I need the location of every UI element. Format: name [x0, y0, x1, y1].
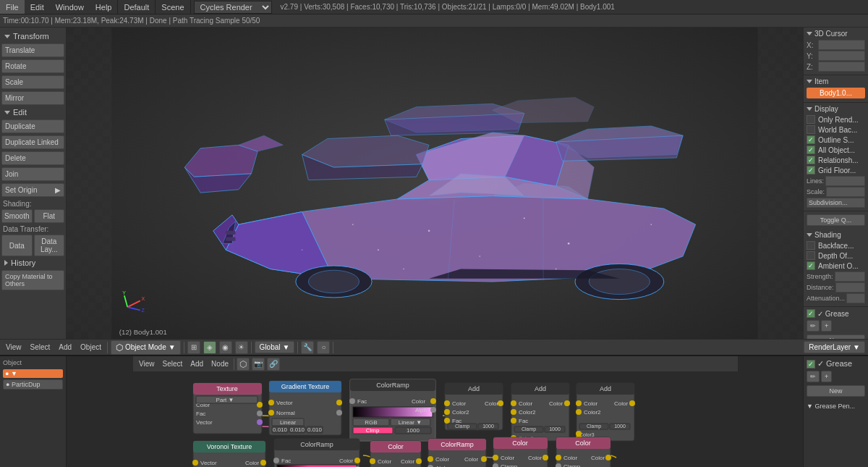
data-button[interactable]: Data — [1, 235, 33, 256]
copy-material-button[interactable]: Copy Material to Others — [1, 270, 64, 290]
subdivisions-dropdown[interactable]: Subdivision... — [807, 198, 865, 208]
node-editor-toolbar: View Select Add Node ⬡ 📷 🔗 — [133, 356, 738, 372]
node-view[interactable]: View — [136, 358, 158, 371]
backface-checkbox[interactable] — [807, 241, 815, 250]
scale-button[interactable]: Scale — [1, 75, 64, 89]
svg-text:Clamp: Clamp — [587, 424, 601, 429]
viewport-icon-1[interactable]: ⊞ — [187, 341, 200, 354]
svg-text:ColorRamp: ColorRamp — [300, 441, 333, 448]
outline-checkbox[interactable] — [807, 135, 815, 144]
scale-input[interactable] — [826, 187, 865, 197]
render-layer-btn[interactable]: RenderLayer ▼ — [804, 341, 865, 353]
transform-section-title: Transform — [1, 30, 64, 42]
node-particle-dup[interactable]: ● ParticDup — [3, 379, 63, 390]
svg-point-173 — [354, 458, 360, 463]
svg-point-208 — [542, 455, 548, 460]
node-object-selector[interactable]: ● ▼ — [3, 369, 63, 378]
cursor-y-input[interactable] — [818, 51, 865, 61]
join-button[interactable]: Join — [1, 167, 64, 181]
node-icon-2[interactable]: 📷 — [252, 358, 265, 371]
distance-input[interactable] — [835, 282, 865, 293]
snap-icon[interactable]: 🔧 — [301, 341, 314, 354]
scene-name[interactable]: Scene — [156, 0, 190, 14]
svg-text:Color: Color — [563, 455, 577, 461]
toolbar-view[interactable]: View — [3, 341, 25, 354]
node-icon-1[interactable]: ⬡ — [237, 358, 250, 371]
svg-point-52 — [257, 419, 263, 425]
svg-text:Color: Color — [378, 458, 391, 465]
proportional-icon[interactable]: ○ — [317, 341, 330, 354]
node-icon-3[interactable]: 🔗 — [267, 358, 280, 371]
svg-text:Clmp: Clmp — [366, 427, 380, 434]
item-name-box[interactable]: Body1.0... — [807, 88, 865, 98]
smooth-button[interactable]: Smooth — [1, 209, 33, 223]
transform-triangle — [4, 35, 10, 38]
world-back-checkbox[interactable] — [807, 125, 815, 134]
svg-text:1000: 1000 — [482, 424, 494, 429]
grease-new-btn[interactable]: New — [807, 385, 865, 397]
viewport-icon-3[interactable]: ◉ — [219, 341, 232, 354]
grease-pencil-icon-btn[interactable]: ✏ — [807, 320, 820, 332]
grease-add-btn[interactable]: + — [821, 320, 832, 332]
menu-edit[interactable]: Edit — [25, 0, 50, 14]
depth-checkbox[interactable] — [807, 251, 815, 260]
svg-text:1000: 1000 — [407, 427, 420, 434]
toolbar-object[interactable]: Object — [77, 341, 104, 354]
cursor-x-input[interactable] — [818, 40, 865, 50]
all-objects-checkbox[interactable] — [807, 146, 815, 154]
transform-label: Transform — [13, 32, 49, 41]
relationship-checkbox[interactable] — [807, 156, 815, 164]
svg-text:Color: Color — [575, 439, 591, 447]
toggle-q-button[interactable]: Toggle Q... — [807, 214, 865, 226]
flat-button[interactable]: Flat — [34, 209, 65, 223]
menu-window[interactable]: Window — [50, 0, 90, 14]
menu-help[interactable]: Help — [90, 0, 118, 14]
svg-text:Clamp: Clamp — [501, 463, 518, 467]
svg-text:Clamp: Clamp — [522, 426, 536, 432]
translate-button[interactable]: Translate — [1, 43, 64, 57]
data-lay-button[interactable]: Data Lay... — [34, 235, 65, 256]
set-origin-button[interactable]: Set Origin ▶ — [1, 183, 64, 197]
delete-button[interactable]: Delete — [1, 151, 64, 165]
svg-point-31 — [479, 256, 480, 257]
transform-orientation[interactable]: Global ▼ — [255, 341, 295, 353]
mirror-button[interactable]: Mirror — [1, 91, 64, 105]
viewport-icon-4[interactable]: ☀ — [235, 341, 248, 354]
mode-button[interactable]: ⬡ Object Mode ▼ — [111, 340, 181, 355]
cursor-z-input[interactable] — [818, 62, 865, 72]
strength-input[interactable] — [835, 272, 865, 282]
svg-point-90 — [430, 407, 436, 413]
node-add[interactable]: Add — [187, 358, 206, 371]
only-render-checkbox[interactable] — [807, 115, 815, 124]
grease-pencil-section-label: ▼ Grease Pen... — [807, 403, 865, 410]
grease-plus-btn[interactable]: + — [821, 371, 832, 382]
rotate-button[interactable]: Rotate — [1, 59, 64, 73]
node-node[interactable]: Node — [208, 358, 231, 371]
attenuation-input[interactable] — [846, 293, 865, 303]
window-layout[interactable]: Default — [118, 0, 155, 14]
menu-file[interactable]: File — [0, 0, 25, 14]
svg-text:1000: 1000 — [614, 424, 626, 429]
duplicate-linked-button[interactable]: Duplicate Linked — [1, 135, 64, 149]
grease-btn-row: ✏ + — [807, 320, 865, 332]
duplicate-button[interactable]: Duplicate — [1, 119, 64, 133]
node-select[interactable]: Select — [160, 358, 186, 371]
svg-text:Color: Color — [614, 400, 628, 407]
edit-section-title: Edit — [1, 106, 64, 118]
grease-cb[interactable] — [807, 360, 815, 369]
item-triangle — [807, 80, 812, 83]
viewport-icon-2[interactable]: ◈ — [203, 341, 216, 354]
backface-row: Backface... — [807, 241, 865, 250]
toolbar-select[interactable]: Select — [27, 341, 54, 354]
history-triangle — [4, 260, 8, 266]
grid-floor-checkbox[interactable] — [807, 166, 815, 174]
viewport[interactable]: X Y Z (12) Body1.001 — [67, 28, 803, 339]
render-engine-selector[interactable]: Cycles Render Blender Render — [194, 1, 272, 14]
ambient-checkbox[interactable] — [807, 261, 815, 270]
grease-checkbox[interactable] — [807, 309, 815, 318]
toolbar-add[interactable]: Add — [56, 341, 75, 354]
lines-input[interactable] — [825, 176, 865, 186]
grease-pencil-btn[interactable]: ✏ — [807, 371, 820, 382]
svg-point-112 — [511, 409, 516, 415]
attenuation-label: Attenuation... — [807, 295, 845, 302]
